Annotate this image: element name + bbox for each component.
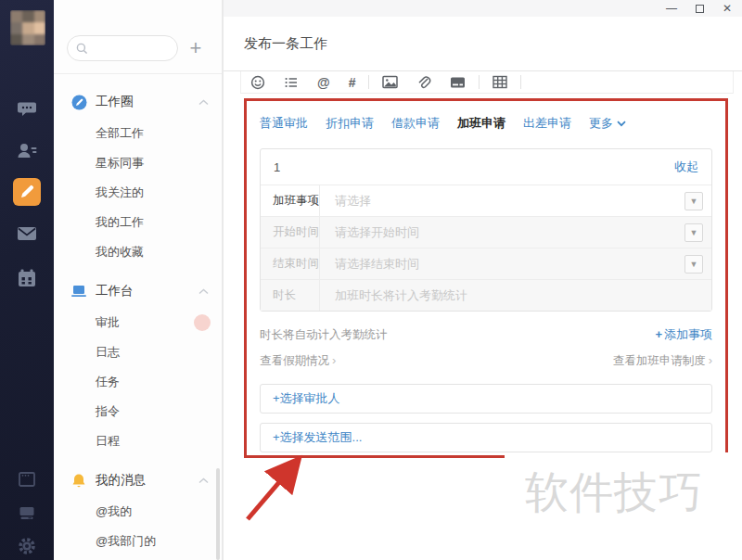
overtime-form-card: 1 收起 加班事项 请选择 ▼ 开始时间 请选择开始时间 ▼ 结束时间 请选择结… xyxy=(260,148,712,312)
hash-icon[interactable]: # xyxy=(339,71,365,94)
sidebar-item-approval[interactable]: 审批 xyxy=(54,308,222,337)
tab-loan-request[interactable]: 借款申请 xyxy=(391,115,440,132)
toolbar-separator xyxy=(368,75,369,89)
watermark: 软件技巧 xyxy=(505,452,742,560)
search-icon xyxy=(76,43,88,55)
sidebar-scrollbar[interactable] xyxy=(216,468,220,560)
grid-icon[interactable] xyxy=(483,71,517,94)
add-item-label: 添加事项 xyxy=(664,327,712,341)
overtime-item-select[interactable]: 请选择 xyxy=(320,193,684,210)
form-row-end-time: 结束时间 请选择结束时间 ▼ xyxy=(261,248,711,279)
avatar[interactable] xyxy=(10,10,45,45)
chat-icon[interactable] xyxy=(14,95,40,121)
chevron-down-icon xyxy=(617,121,626,127)
end-time-select[interactable]: 请选择结束时间 xyxy=(320,256,684,273)
sidebar-section-my-messages[interactable]: 我的消息 xyxy=(54,464,222,497)
sidebar-item-directive[interactable]: 指令 xyxy=(54,397,222,426)
emoji-icon[interactable] xyxy=(241,71,275,94)
dropdown-arrow-icon[interactable]: ▼ xyxy=(684,255,703,274)
minimize-button[interactable]: — xyxy=(664,1,679,16)
image-icon[interactable] xyxy=(373,71,407,94)
settings-icon[interactable] xyxy=(14,533,40,559)
mention-icon[interactable]: @ xyxy=(308,71,339,94)
holiday-status-link[interactable]: 查看假期情况› xyxy=(260,353,336,369)
main-panel: — ✕ 发布一条工作 @ # xyxy=(223,0,742,560)
sidebar-item-schedule[interactable]: 日程 xyxy=(54,426,222,456)
maximize-button[interactable] xyxy=(692,1,707,16)
workbench-icon xyxy=(70,283,87,299)
chevron-right-icon: › xyxy=(709,353,712,367)
duration-field: 加班时长将计入考勤统计 xyxy=(320,287,711,304)
sidebar-item-starred-colleagues[interactable]: 星标同事 xyxy=(54,148,222,178)
chevron-right-icon: › xyxy=(332,353,336,367)
window-titlebar: — ✕ xyxy=(224,0,742,17)
sidebar-item-label: 审批 xyxy=(96,315,120,329)
toolbar-separator xyxy=(479,75,480,89)
sidebar-section-work-circle[interactable]: 工作圈 xyxy=(54,85,222,119)
sidebar-item-my-follows[interactable]: 我关注的 xyxy=(54,178,222,208)
section-label: 工作圈 xyxy=(96,94,198,110)
select-send-scope-button[interactable]: +选择发送范围... xyxy=(260,423,712,452)
sidebar-item-at-my-department[interactable]: @我部门的 xyxy=(54,527,222,556)
maximize-icon xyxy=(696,5,704,13)
sidebar-item-task[interactable]: 任务 xyxy=(54,367,222,397)
mail-icon[interactable] xyxy=(14,221,40,247)
page-title: 发布一条工作 xyxy=(244,35,327,53)
tab-business-trip-request[interactable]: 出差申请 xyxy=(523,115,571,132)
dropdown-arrow-icon[interactable]: ▼ xyxy=(684,223,703,242)
toolbar-separator xyxy=(520,75,521,89)
add-button[interactable]: + xyxy=(183,35,209,61)
sidebar-item-at-me[interactable]: @我的 xyxy=(54,497,222,527)
item-index: 1 xyxy=(274,160,280,174)
sidebar-section-workbench[interactable]: 工作台 xyxy=(54,274,222,308)
search-input[interactable] xyxy=(94,42,173,55)
sidebar: + 工作圈 全部工作 星标同事 我关注的 我的工作 我的收藏 工作台 审批 xyxy=(54,0,223,560)
chevron-up-icon[interactable] xyxy=(198,288,209,295)
field-label: 开始时间 xyxy=(261,217,320,248)
tab-normal-approval[interactable]: 普通审批 xyxy=(260,115,308,132)
close-button[interactable]: ✕ xyxy=(720,1,735,16)
edit-work-icon[interactable] xyxy=(13,178,41,206)
calendar-icon[interactable] xyxy=(14,265,40,291)
search-box[interactable] xyxy=(67,35,178,61)
auto-count-note: 时长将自动计入考勤统计 xyxy=(260,327,388,343)
annotation-arrow xyxy=(237,454,311,528)
contacts-icon[interactable] xyxy=(14,138,40,164)
sidebar-item-journal[interactable]: 日志 xyxy=(54,337,222,367)
add-item-link[interactable]: +添加事项 xyxy=(655,326,712,343)
overtime-policy-link[interactable]: 查看加班申请制度› xyxy=(613,353,712,369)
tab-overtime-request[interactable]: 加班申请 xyxy=(457,115,505,132)
computer-icon[interactable] xyxy=(14,500,40,526)
work-circle-icon xyxy=(70,94,87,110)
bell-icon xyxy=(70,472,87,489)
section-label: 工作台 xyxy=(96,283,198,299)
tab-more[interactable]: 更多 xyxy=(589,115,626,132)
form-row-start-time: 开始时间 请选择开始时间 ▼ xyxy=(261,216,711,248)
plus-icon: + xyxy=(655,327,662,341)
dropdown-arrow-icon[interactable]: ▼ xyxy=(684,192,703,210)
tab-more-label: 更多 xyxy=(589,115,613,132)
chevron-up-icon[interactable] xyxy=(198,99,209,106)
tab-discount-request[interactable]: 折扣申请 xyxy=(326,115,374,132)
sidebar-item-my-work[interactable]: 我的工作 xyxy=(54,208,222,237)
annotation-highlight-box: 普通审批 折扣申请 借款申请 加班申请 出差申请 更多 1 收起 加班事项 请选… xyxy=(244,98,728,458)
field-label: 结束时间 xyxy=(261,248,320,279)
sidebar-item-my-favorites[interactable]: 我的收藏 xyxy=(54,237,222,267)
select-approver-button[interactable]: +选择审批人 xyxy=(260,384,712,414)
sidebar-search-row: + xyxy=(54,0,222,74)
sidebar-menu: 工作圈 全部工作 星标同事 我关注的 我的工作 我的收藏 工作台 审批 日志 任… xyxy=(54,74,222,556)
list-icon[interactable] xyxy=(275,71,308,94)
section-label: 我的消息 xyxy=(96,472,198,489)
app-rail xyxy=(0,0,54,560)
collapse-link[interactable]: 收起 xyxy=(674,159,698,175)
approval-tabs: 普通审批 折扣申请 借款申请 加班申请 出差申请 更多 xyxy=(260,115,712,132)
avatar-pixelated-image xyxy=(10,10,45,45)
attachment-icon[interactable] xyxy=(407,71,441,94)
notification-badge xyxy=(194,314,211,331)
window-icon[interactable] xyxy=(14,466,40,492)
chevron-up-icon[interactable] xyxy=(198,477,209,484)
card-icon[interactable] xyxy=(441,71,475,94)
start-time-select[interactable]: 请选择开始时间 xyxy=(320,224,684,241)
sidebar-item-all-work[interactable]: 全部工作 xyxy=(54,119,222,148)
form-row-duration: 时长 加班时长将计入考勤统计 xyxy=(261,279,711,311)
